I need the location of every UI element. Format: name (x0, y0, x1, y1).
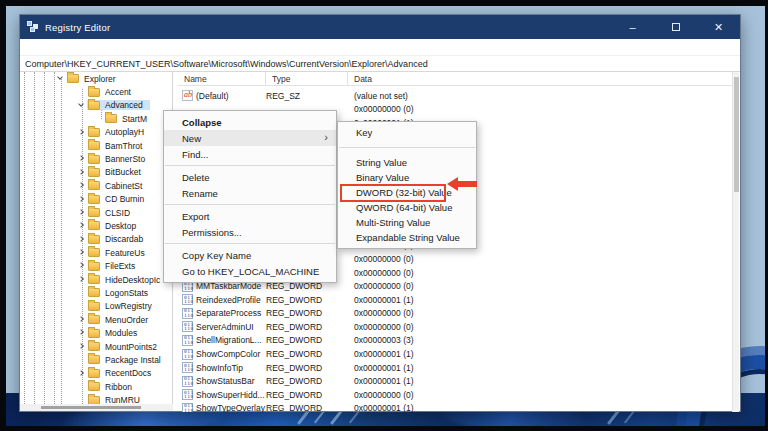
tree-item[interactable]: CLSID (20, 206, 172, 219)
submenu-item[interactable]: Expandable String Value (338, 230, 476, 245)
registry-value-row[interactable]: ShowInfoTip REG_DWORD 0x00000001 (1) (178, 361, 734, 375)
tree-horizontal-scrollbar[interactable] (20, 404, 173, 411)
context-menu-item[interactable]: Export (164, 208, 336, 224)
context-menu-item[interactable]: Permissions... (164, 224, 336, 240)
tree-item[interactable]: Advanced (20, 99, 172, 112)
tree-chevron-icon[interactable] (77, 326, 87, 339)
tree-chevron-icon[interactable] (77, 139, 87, 152)
tree-chevron-icon[interactable] (77, 380, 87, 393)
tree-chevron-icon[interactable] (77, 393, 87, 404)
tree-chevron-icon[interactable] (77, 179, 87, 192)
tree-item[interactable]: RunMRU (20, 393, 172, 404)
tree-item-label: CD Burnin (104, 194, 147, 204)
tree-item[interactable]: CabinetSt (20, 179, 172, 192)
tree-chevron-icon[interactable] (77, 286, 87, 299)
value-type-icon (182, 376, 193, 387)
tree-chevron-icon[interactable] (77, 166, 87, 179)
tree-item[interactable]: Modules (20, 326, 172, 339)
tree-item[interactable]: AutoplayH (20, 126, 172, 139)
registry-value-row[interactable]: ShowTypeOverlay REG_DWORD 0x00000001 (1) (178, 402, 734, 412)
minimize-button[interactable]: – (611, 15, 654, 39)
tree-chevron-icon[interactable] (77, 313, 87, 326)
registry-value-row[interactable]: ShowStatusBar REG_DWORD 0x00000001 (1) (178, 374, 734, 388)
tree-chevron-icon[interactable] (77, 99, 87, 112)
submenu-item[interactable]: Key (338, 125, 476, 140)
tree-chevron-icon[interactable] (56, 72, 66, 85)
tree-chevron-icon[interactable] (77, 273, 87, 286)
tree-items: Explorer Accent Ad (20, 72, 172, 404)
tree-item[interactable]: LowRegistry (20, 300, 172, 313)
tree-item[interactable]: FileExts (20, 259, 172, 272)
tree-chevron-icon[interactable] (77, 259, 87, 272)
submenu-item[interactable]: QWORD (64-bit) Value (338, 200, 476, 215)
submenu-item[interactable] (338, 140, 476, 155)
tree-chevron-icon[interactable] (77, 206, 87, 219)
registry-value-row[interactable]: (Default) REG_SZ (value not set) (178, 89, 734, 103)
maximize-button[interactable] (654, 15, 697, 39)
tree-item[interactable]: BannerSto (20, 152, 172, 165)
tree-chevron-icon[interactable] (77, 233, 87, 246)
tree-chevron-icon[interactable] (77, 300, 87, 313)
list-vertical-scrollbar[interactable] (732, 72, 739, 412)
context-menu-item[interactable] (164, 201, 336, 208)
tree-item[interactable]: HideDesktopIc (20, 273, 172, 286)
tree-item[interactable]: CD Burnin (20, 193, 172, 206)
registry-value-row[interactable]: ServerAdminUI REG_DWORD 0x00000000 (0) (178, 320, 734, 334)
tree-item[interactable]: MenuOrder (20, 313, 172, 326)
tree-chevron-icon[interactable] (77, 219, 87, 232)
context-menu-item[interactable]: Delete (164, 169, 336, 185)
address-bar[interactable]: Computer\HKEY_CURRENT_USER\Software\Micr… (20, 56, 740, 72)
context-menu-item[interactable]: Collapse (164, 114, 336, 130)
registry-value-row[interactable]: ShowSuperHidd... REG_DWORD 0x00000000 (0… (178, 388, 734, 402)
tree-item[interactable]: FeatureUs (20, 246, 172, 259)
tree-scrollbar-thumb[interactable] (41, 406, 141, 409)
tree-chevron-icon[interactable] (77, 367, 87, 380)
value-data: 0x00000003 (3) (348, 335, 734, 345)
tree-chevron-icon[interactable] (77, 193, 87, 206)
list-scrollbar-thumb[interactable] (734, 77, 739, 192)
submenu-item[interactable]: String Value (338, 155, 476, 170)
tree-chevron-icon[interactable] (77, 152, 87, 165)
tree-chevron-icon[interactable] (77, 246, 87, 259)
column-header-type[interactable]: Type (266, 72, 348, 85)
tree-item[interactable]: Package Instal (20, 353, 172, 366)
tree-item[interactable]: LogonStats (20, 286, 172, 299)
tree-item[interactable]: BamThrot (20, 139, 172, 152)
context-menu-item[interactable]: Copy Key Name (164, 247, 336, 263)
tree-item[interactable]: Ribbon (20, 380, 172, 393)
tree-item[interactable]: BitBucket (20, 166, 172, 179)
value-name: ShowStatusBar (196, 376, 255, 386)
tree-chevron-icon[interactable] (77, 353, 87, 366)
folder-icon (105, 114, 117, 123)
tree-chevron-icon[interactable] (77, 340, 87, 353)
tree-item[interactable]: StartM (20, 112, 172, 125)
context-menu-item[interactable]: Rename (164, 185, 336, 201)
column-header-data[interactable]: Data (348, 72, 734, 85)
registry-value-row[interactable]: SeparateProcess REG_DWORD 0x00000000 (0) (178, 307, 734, 321)
registry-value-row[interactable]: ShowCompColor REG_DWORD 0x00000001 (1) (178, 347, 734, 361)
tree-item[interactable]: RecentDocs (20, 367, 172, 380)
close-button[interactable]: ✕ (697, 15, 740, 39)
tree-item[interactable]: Explorer (20, 72, 172, 85)
column-header-name[interactable]: Name (178, 72, 266, 85)
tree-item[interactable]: Desktop (20, 219, 172, 232)
submenu-item[interactable]: Multi-String Value (338, 215, 476, 230)
context-menu-item[interactable]: Go to HKEY_LOCAL_MACHINE (164, 263, 336, 279)
tree-item-label: Modules (104, 328, 140, 338)
registry-value-row[interactable]: ReindexedProfile REG_DWORD 0x00000001 (1… (178, 293, 734, 307)
context-menu-item[interactable]: New (164, 130, 336, 146)
titlebar[interactable]: Registry Editor – ✕ (20, 15, 740, 39)
folder-icon (88, 141, 100, 150)
context-menu-item[interactable]: Find... (164, 146, 336, 162)
tree-chevron-icon[interactable] (77, 126, 87, 139)
tree-chevron-icon[interactable] (77, 85, 87, 98)
registry-value-row[interactable]: ShellMigrationL... REG_DWORD 0x00000003 … (178, 334, 734, 348)
context-menu-item[interactable] (164, 240, 336, 247)
tree-item[interactable]: Discardab (20, 233, 172, 246)
value-type-icon (182, 362, 193, 373)
annotation-arrow-shaft (457, 181, 477, 187)
value-type: REG_DWORD (266, 308, 348, 318)
tree-item[interactable]: Accent (20, 85, 172, 98)
context-menu-item[interactable] (164, 162, 336, 169)
tree-item[interactable]: MountPoints2 (20, 340, 172, 353)
